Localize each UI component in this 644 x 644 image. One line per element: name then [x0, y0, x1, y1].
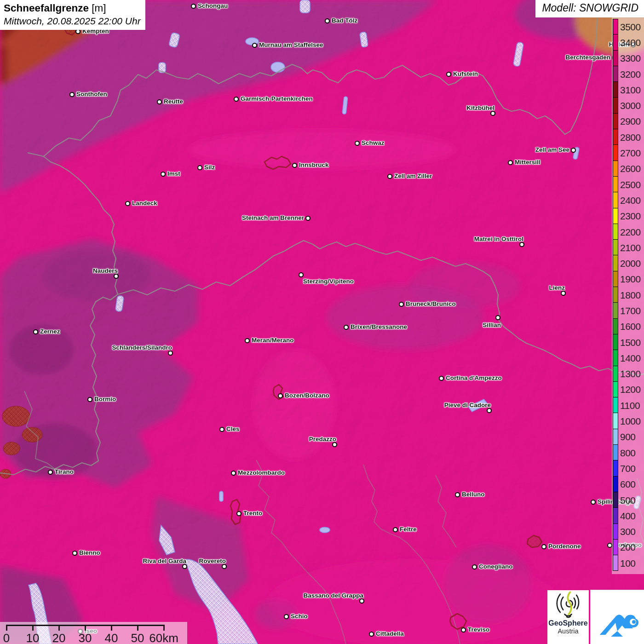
legend-swatch	[613, 492, 618, 508]
city-label: Murnau am Staffelsee	[259, 41, 323, 48]
map-title: Schneefallgrenze [m]	[4, 2, 141, 14]
city-label: Riva del Garda	[143, 558, 186, 564]
city-dot	[292, 163, 297, 168]
scalebar-label: 20	[52, 632, 66, 644]
legend-row: 1900	[613, 271, 641, 287]
avalanche-report-logo	[591, 590, 644, 644]
legend-swatch	[613, 98, 618, 113]
city-label: Zernez	[40, 328, 60, 335]
city-label: Belluno	[462, 491, 485, 498]
city-label: Imst	[167, 170, 180, 177]
legend-value: 100	[618, 558, 636, 568]
legend-row: 3100	[613, 82, 641, 98]
scalebar-tick	[32, 625, 34, 631]
city-label: Silz	[204, 164, 215, 171]
city-dot	[461, 627, 466, 632]
city-dot	[472, 564, 477, 569]
legend-swatch	[613, 51, 618, 66]
city-label: Meran/Merano	[252, 337, 294, 344]
legend-swatch	[613, 508, 618, 523]
legend-swatch	[613, 192, 618, 208]
legend-swatch	[613, 429, 618, 445]
legend-row: 1100	[613, 397, 641, 413]
city-label: Steinach am Brenner	[242, 214, 304, 221]
legend-value: 500	[618, 495, 636, 505]
city-label: Bienno	[79, 549, 100, 556]
city-dot	[157, 99, 162, 104]
city-dot	[508, 160, 513, 165]
legend-swatch	[613, 524, 618, 540]
geosphere-austria-logo: GeoSphere Austria	[547, 590, 589, 644]
scalebar: 0102030405060km	[0, 622, 187, 644]
legend-row: 3500	[613, 19, 641, 34]
legend-row: 1700	[613, 303, 641, 318]
city-label: Zell am See	[535, 146, 569, 153]
geosphere-logo-text: GeoSphere	[547, 620, 589, 627]
city-label: Tirano	[55, 468, 74, 475]
scalebar-label: 0	[3, 632, 10, 644]
city-dot	[393, 527, 398, 532]
legend-swatch	[613, 555, 618, 571]
city-dot	[219, 427, 224, 432]
scalebar-label: 50	[131, 632, 144, 644]
legend-swatch	[613, 19, 618, 34]
legend-value: 1200	[618, 385, 641, 394]
legend-swatch	[613, 66, 618, 82]
city-dot	[33, 329, 38, 334]
legend-value: 1700	[618, 306, 641, 316]
legend-value: 800	[618, 448, 636, 458]
legend-row: 1800	[613, 287, 641, 303]
city-label: Bad Tölz	[332, 17, 357, 24]
city-label: Bassano del Grappa	[303, 592, 363, 599]
legend-row: 1000	[613, 413, 641, 429]
legend-value: 1400	[618, 353, 641, 363]
city-label: Sillian	[483, 322, 501, 328]
city-dot	[387, 174, 392, 179]
city-label: Schlanders/Silandro	[112, 344, 172, 351]
city-dot	[234, 97, 239, 102]
legend-row: 2700	[613, 145, 641, 161]
city-dot	[245, 338, 250, 343]
legend-row: 2800	[613, 129, 641, 145]
scalebar-tick	[111, 625, 112, 631]
legend-value: 2800	[618, 132, 641, 142]
city-dot	[332, 442, 337, 447]
city-label: Zell am Ziller	[394, 172, 432, 179]
legend-value: 1900	[618, 274, 641, 284]
scalebar-tick	[137, 625, 138, 631]
legend-swatch	[613, 445, 618, 460]
city-dot	[355, 141, 360, 146]
city-label: Predazzo	[309, 436, 336, 443]
city-dot	[344, 325, 349, 330]
legend-value: 300	[618, 527, 636, 536]
legend-row: 3300	[613, 51, 641, 66]
legend-value: 3200	[618, 69, 641, 79]
city-label: Cittadella	[376, 630, 404, 637]
legend-value: 3100	[618, 85, 641, 95]
city-dot	[72, 551, 77, 556]
legend-value: 2300	[618, 211, 641, 221]
city-dot	[561, 291, 566, 296]
city-label: Reutte	[164, 98, 183, 105]
city-label: Pieve di Cadore	[444, 402, 491, 408]
legend-value: 2400	[618, 196, 641, 205]
legend-swatch	[613, 82, 618, 98]
city-label: Landeck	[132, 200, 157, 207]
legend-value: 3300	[618, 53, 641, 63]
city-marker-layer: SchongauBad TölzKemptenMurnau am Staffel…	[0, 0, 644, 644]
legend-swatch	[613, 460, 618, 476]
legend-row: 700	[613, 460, 641, 476]
city-label: Sonthofen	[76, 91, 107, 98]
legend-row: 2000	[613, 255, 641, 271]
city-dot	[399, 302, 404, 307]
city-label: Brixen/Bressanone	[351, 323, 407, 330]
map-title-box: Schneefallgrenze [m] Mittwoch, 20.08.202…	[0, 0, 145, 30]
geosphere-logo-subtext: Austria	[547, 627, 589, 635]
city-dot	[114, 274, 119, 279]
legend-row: 2600	[613, 161, 641, 177]
legend-row: 900	[613, 429, 641, 445]
city-dot	[278, 393, 283, 398]
city-dot	[325, 18, 330, 23]
scalebar-tick	[163, 625, 165, 631]
legend-row: 400	[613, 508, 641, 523]
